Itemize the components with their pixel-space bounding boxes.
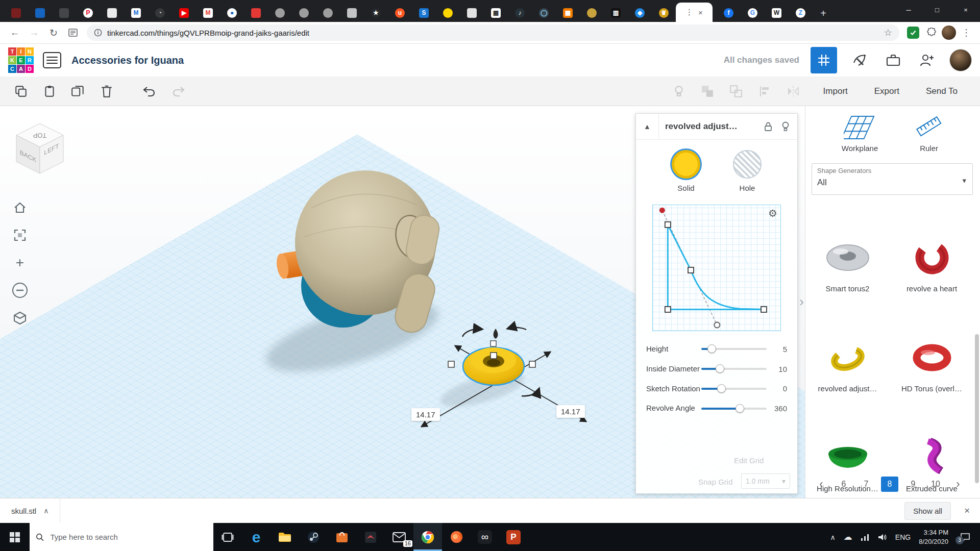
shape-item-revolve-a-heart[interactable]: revolve a heart xyxy=(890,201,974,301)
network-icon[interactable] xyxy=(861,534,870,541)
browser-tab-ultimate-guitar[interactable]: u xyxy=(388,4,412,22)
raise-handle[interactable] xyxy=(494,329,498,339)
designs-menu-icon[interactable] xyxy=(43,52,61,68)
edge-app-icon[interactable]: e xyxy=(242,523,271,551)
fit-view-button[interactable] xyxy=(9,224,31,246)
browser-tab-piano-site[interactable]: ▦ xyxy=(484,4,508,22)
infinity-app-icon[interactable]: ∞ xyxy=(471,523,499,551)
browser-tab-google[interactable]: G xyxy=(741,4,765,22)
taskbar-clock[interactable]: 3:34 PM 8/20/2020 xyxy=(919,528,948,546)
back-button[interactable]: ← xyxy=(5,24,24,41)
reload-button[interactable]: ↻ xyxy=(44,24,63,41)
shape-item-revolved-adjust[interactable]: revolved adjust… xyxy=(805,301,890,401)
group-button[interactable] xyxy=(696,81,719,102)
browser-tab-helmet-3[interactable] xyxy=(316,4,340,22)
armoury-app-icon[interactable] xyxy=(356,523,385,551)
page-10[interactable]: 10 xyxy=(928,477,943,492)
browser-tab-clock-site[interactable]: ◔ xyxy=(148,4,172,22)
sketch-rotation-slider[interactable] xyxy=(701,388,767,390)
mirror-button[interactable] xyxy=(781,81,805,102)
design-title[interactable]: Accessories for Iguana xyxy=(71,55,184,66)
url-bar[interactable]: tinkercad.com/things/gQVLPRBmoip-grand-j… xyxy=(87,24,899,41)
browser-tab-medium[interactable]: M xyxy=(124,4,148,22)
add-user-icon[interactable] xyxy=(916,49,938,71)
store-app-icon[interactable] xyxy=(328,523,356,551)
browser-tab-globe-site[interactable]: ◯ xyxy=(532,4,556,22)
page-prev-chevron[interactable]: ‹ xyxy=(814,477,829,492)
page-8-active[interactable]: 8 xyxy=(881,477,898,492)
browser-tab-gem-site[interactable]: ◆ xyxy=(628,4,652,22)
export-button[interactable]: Export xyxy=(861,81,913,102)
task-view-button[interactable] xyxy=(213,523,242,551)
curve-settings-gear-icon[interactable]: ⚙ xyxy=(768,207,777,219)
tray-expand-caret[interactable]: ∧ xyxy=(830,533,836,541)
minecraft-pickaxe-icon[interactable] xyxy=(848,49,871,71)
shape-generators-dropdown[interactable]: Shape Generators All ▾ xyxy=(812,163,973,195)
start-button[interactable] xyxy=(0,523,30,551)
sendto-button[interactable]: Send To xyxy=(913,81,971,102)
powerpoint-app-icon[interactable]: P xyxy=(499,523,528,551)
browser-tab-maroon-site[interactable] xyxy=(4,4,28,22)
solid-swatch[interactable] xyxy=(672,150,700,179)
zoom-in-button[interactable]: + xyxy=(9,252,31,273)
browser-tab-songsterr[interactable]: S xyxy=(412,4,436,22)
delete-button[interactable] xyxy=(95,81,118,102)
height-slider[interactable] xyxy=(701,348,767,350)
ungroup-button[interactable] xyxy=(724,81,748,102)
browser-tab-orange-grid[interactable]: ▦ xyxy=(556,4,580,22)
adjust-light-icon[interactable] xyxy=(667,81,691,102)
chrome-app-icon-active[interactable] xyxy=(413,523,442,551)
browser-tab-star-site[interactable]: ★ xyxy=(364,4,388,22)
reading-list-icon[interactable] xyxy=(63,24,83,41)
hole-option[interactable]: Hole xyxy=(733,150,762,192)
extensions-puzzle-icon[interactable] xyxy=(923,24,940,41)
workplane-button[interactable]: Workplane xyxy=(842,113,878,153)
onedrive-cloud-icon[interactable]: ☁ xyxy=(844,532,852,542)
page-7[interactable]: 7 xyxy=(859,477,874,492)
edit-grid-button[interactable]: Edit Grid xyxy=(734,456,764,465)
browser-tab-musescore[interactable]: ♪ xyxy=(508,4,532,22)
blocks-view-button[interactable] xyxy=(811,47,837,73)
browser-tab-helmet-1[interactable] xyxy=(268,4,292,22)
browser-tab-docs[interactable]: ● xyxy=(220,4,244,22)
browser-tab-gold-site[interactable] xyxy=(580,4,604,22)
curve-canvas[interactable] xyxy=(653,205,779,330)
lock-icon[interactable] xyxy=(760,121,777,132)
paste-button[interactable] xyxy=(38,81,61,102)
hole-swatch[interactable] xyxy=(733,150,762,179)
duplicate-button[interactable] xyxy=(66,81,90,102)
volume-icon[interactable] xyxy=(878,533,887,541)
bookmark-star-icon[interactable]: ☆ xyxy=(884,27,892,38)
minimize-button[interactable]: ─ xyxy=(894,0,923,19)
steam-app-icon[interactable] xyxy=(299,523,328,551)
dimension-label-left[interactable]: 14.17 xyxy=(411,408,440,421)
show-all-button[interactable]: Show all xyxy=(904,502,951,520)
redo-button[interactable] xyxy=(166,81,190,102)
page-next-chevron[interactable]: › xyxy=(950,477,966,492)
taskbar-search[interactable] xyxy=(30,523,213,551)
browser-tab-youtube[interactable]: ▶ xyxy=(172,4,196,22)
ruler-button[interactable]: Ruler xyxy=(914,113,944,153)
inspector-collapse-button[interactable]: ▲ xyxy=(636,114,659,139)
browser-tab-facebook[interactable]: f xyxy=(717,4,741,22)
snap-grid-dropdown[interactable]: 1.0 mm ▾ xyxy=(741,473,790,489)
copy-button[interactable] xyxy=(9,81,33,102)
file-explorer-app-icon[interactable] xyxy=(271,523,299,551)
browser-tab-outlook[interactable] xyxy=(28,4,52,22)
browser-tab-pale-site[interactable] xyxy=(460,4,484,22)
maximize-button[interactable]: □ xyxy=(923,0,951,19)
browser-tab-keys-site[interactable]: ▥ xyxy=(604,4,628,22)
close-button[interactable]: × xyxy=(951,0,980,19)
shape-item-smart-torus2[interactable]: Smart torus2 xyxy=(805,201,890,301)
solid-option[interactable]: Solid xyxy=(672,150,700,192)
site-info-icon[interactable] xyxy=(94,29,102,37)
align-button[interactable] xyxy=(753,81,776,102)
dimension-label-right[interactable]: 14.17 xyxy=(556,405,585,418)
download-item[interactable]: skull.stl ∧ xyxy=(0,498,60,523)
tab-close-icon[interactable]: × xyxy=(698,8,703,17)
shape-item-hd-torus[interactable]: HD Torus (overl… xyxy=(890,301,974,401)
browser-tab-dark-site[interactable] xyxy=(52,4,76,22)
page-9[interactable]: 9 xyxy=(905,477,921,492)
active-tab[interactable]: ⋮ × xyxy=(676,3,713,22)
undo-button[interactable] xyxy=(138,81,161,102)
